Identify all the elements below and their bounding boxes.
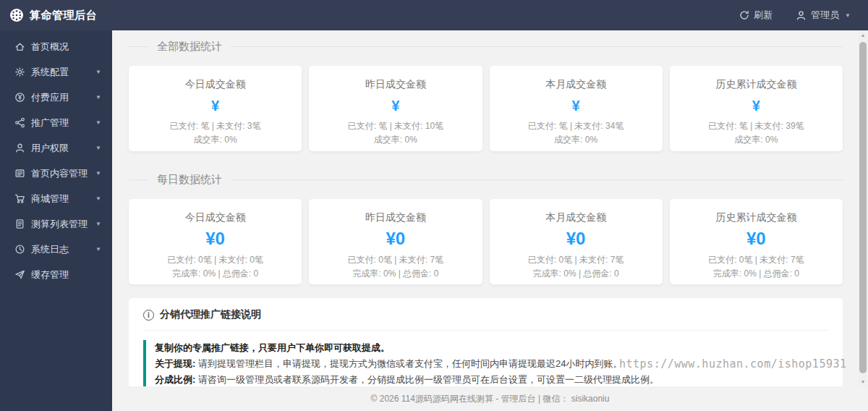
sidebar-item-home-content[interactable]: 首页内容管理 ▼ <box>0 161 112 186</box>
scrollbar-down-arrow[interactable]: ▼ <box>858 379 868 384</box>
card-title: 昨日成交金额 <box>309 211 482 224</box>
vertical-scrollbar[interactable]: ▲ ▼ <box>858 30 868 386</box>
refresh-label: 刷新 <box>754 9 773 22</box>
scrollbar-thumb[interactable] <box>859 42 867 373</box>
navbar-right: 刷新 管理员 ▼ <box>739 9 868 22</box>
card-title: 今日成交金额 <box>129 211 302 224</box>
scrollbar-up-arrow[interactable]: ▲ <box>858 33 868 38</box>
sidebar-item-label: 首页概况 <box>31 41 69 54</box>
sidebar-item-system-log[interactable]: 系统日志 ▼ <box>0 237 112 262</box>
card-title: 昨日成交金额 <box>309 78 482 91</box>
sidebar-item-promotion[interactable]: 推广管理 ▼ <box>0 110 112 135</box>
watermark-text: https://www.huzhan.com/ishop15931 <box>619 357 847 370</box>
card-amount: ¥ <box>309 98 482 114</box>
user-menu[interactable]: 管理员 ▼ <box>796 9 851 22</box>
card-paid-line: 已支付: 笔 | 未支付: 10笔 <box>309 119 482 133</box>
divider-line <box>231 46 843 47</box>
all-stats-cards: 今日成交金额 ¥ 已支付: 笔 | 未支付: 3笔 成交率: 0% 昨日成交金额… <box>129 66 843 151</box>
card-paid-line: 已支付: 0笔 | 未支付: 0笔 <box>129 253 302 267</box>
section-header-daily-stats: 每日数据统计 <box>129 173 843 187</box>
sidebar-item-paid-apps[interactable]: 付费应用 ▼ <box>0 85 112 110</box>
footer: © 2026 114源码源码网在线测算 - 管理后台 | 微信： sisikao… <box>112 386 868 411</box>
card-rate-line: 成交率: 0% <box>309 133 482 147</box>
card-paid-line: 已支付: 笔 | 未支付: 3笔 <box>129 119 302 133</box>
notice-header: 分销代理推广链接说明 <box>143 308 828 331</box>
chevron-down-icon: ▼ <box>95 170 101 177</box>
card-rate-line: 成交率: 0% <box>129 133 302 147</box>
card-rate-line: 完成率: 0% | 总佣金: 0 <box>670 267 843 281</box>
stat-card-month-daily: 本月成交金额 ¥0 已支付: 0笔 | 未支付: 7笔 完成率: 0% | 总佣… <box>490 199 663 284</box>
user-icon <box>14 143 25 153</box>
chevron-down-icon: ▼ <box>95 246 101 253</box>
sidebar-item-cache[interactable]: 缓存管理 <box>0 262 112 287</box>
sidebar-item-calc-list[interactable]: 测算列表管理 ▼ <box>0 211 112 237</box>
app-logo[interactable]: 算命管理后台 <box>0 8 97 22</box>
stat-card-history-total: 历史累计成交金额 ¥ 已支付: 笔 | 未支付: 39笔 成交率: 0% <box>670 66 843 151</box>
notice-line-bold: 关于提现: <box>155 358 195 369</box>
card-paid-line: 已支付: 0笔 | 未支付: 7笔 <box>670 253 843 267</box>
notice-line: 复制你的专属推广链接，只要用户下单你即可获取提成。 <box>155 340 828 356</box>
notice-line-bold: 复制你的专属推广链接，只要用户下单你即可获取提成。 <box>155 342 390 353</box>
chevron-down-icon: ▼ <box>95 94 101 101</box>
card-rate-line: 成交率: 0% <box>490 133 663 147</box>
card-amount: ¥0 <box>129 229 302 249</box>
home-icon <box>14 41 25 52</box>
sidebar-item-label: 商城管理 <box>31 192 69 206</box>
card-amount: ¥ <box>490 98 663 114</box>
gear-icon <box>14 67 25 77</box>
sidebar-item-label: 用户权限 <box>31 142 69 155</box>
chevron-down-icon: ▼ <box>95 221 101 227</box>
chevron-down-icon: ▼ <box>845 12 851 19</box>
card-amount: ¥0 <box>490 229 663 249</box>
yen-circle-icon <box>14 92 25 103</box>
section-header-all-stats: 全部数据统计 <box>129 40 843 54</box>
card-rate-line: 成交率: 0% <box>670 133 843 147</box>
notice-title: 分销代理推广链接说明 <box>160 308 261 321</box>
card-rate-line: 完成率: 0% | 总佣金: 0 <box>309 267 482 281</box>
sidebar-item-label: 系统配置 <box>31 66 69 79</box>
section-title: 每日数据统计 <box>157 173 222 187</box>
card-rate-line: 完成率: 0% | 总佣金: 0 <box>129 267 302 281</box>
content-icon <box>14 168 25 179</box>
card-title: 今日成交金额 <box>129 78 302 91</box>
refresh-button[interactable]: 刷新 <box>739 9 773 22</box>
card-rate-line: 完成率: 0% | 总佣金: 0 <box>490 267 663 281</box>
sidebar: 首页概况 系统配置 ▼ 付费应用 ▼ <box>0 30 112 411</box>
card-title: 本月成交金额 <box>490 211 663 224</box>
chevron-down-icon: ▼ <box>95 145 101 151</box>
sidebar-item-label: 缓存管理 <box>31 268 69 281</box>
send-icon <box>14 269 25 280</box>
sidebar-item-home[interactable]: 首页概况 <box>0 34 112 59</box>
sidebar-item-label: 首页内容管理 <box>31 167 88 180</box>
stat-card-today-daily: 今日成交金额 ¥0 已支付: 0笔 | 未支付: 0笔 完成率: 0% | 总佣… <box>129 199 302 284</box>
app-title: 算命管理后台 <box>30 9 97 22</box>
refresh-icon <box>739 10 749 20</box>
sidebar-item-label: 系统日志 <box>31 243 69 256</box>
footer-text: © 2026 114源码源码网在线测算 - 管理后台 | 微信： sisikao… <box>371 393 610 405</box>
notice-line-text: 请咨询一级管理员或者联系源码开发者，分销提成比例一级管理员可在后台设置，可设置一… <box>195 374 659 385</box>
clock-icon <box>14 244 25 255</box>
chevron-down-icon: ▼ <box>95 195 101 202</box>
card-paid-line: 已支付: 0笔 | 未支付: 7笔 <box>309 253 482 267</box>
stat-card-yesterday-daily: 昨日成交金额 ¥0 已支付: 0笔 | 未支付: 7笔 完成率: 0% | 总佣… <box>309 199 482 284</box>
notice-line-text: 请到提现管理栏目，申请提现，提现方式为微信或者支付宝，任何时间内申请提现最迟24… <box>195 358 622 369</box>
notice-line-bold: 分成比例: <box>155 374 195 385</box>
card-paid-line: 已支付: 笔 | 未支付: 39笔 <box>670 119 843 133</box>
sidebar-item-label: 推广管理 <box>31 116 69 130</box>
user-icon <box>796 10 807 21</box>
sidebar-item-system-config[interactable]: 系统配置 ▼ <box>0 59 112 85</box>
sidebar-item-mall[interactable]: 商城管理 ▼ <box>0 186 112 211</box>
page: 算命管理后台 刷新 管理员 <box>0 0 868 411</box>
main-content: 全部数据统计 今日成交金额 ¥ 已支付: 笔 | 未支付: 3笔 成交率: 0%… <box>112 30 868 411</box>
stat-card-history-daily: 历史累计成交金额 ¥0 已支付: 0笔 | 未支付: 7笔 完成率: 0% | … <box>670 199 843 284</box>
card-paid-line: 已支付: 0笔 | 未支付: 7笔 <box>490 253 663 267</box>
stat-card-today-total: 今日成交金额 ¥ 已支付: 笔 | 未支付: 3笔 成交率: 0% <box>129 66 302 151</box>
daily-stats-cards: 今日成交金额 ¥0 已支付: 0笔 | 未支付: 0笔 完成率: 0% | 总佣… <box>129 199 843 284</box>
sidebar-item-user-permissions[interactable]: 用户权限 ▼ <box>0 135 112 161</box>
card-title: 历史累计成交金额 <box>670 211 843 224</box>
card-amount: ¥0 <box>309 229 482 249</box>
top-navbar: 算命管理后台 刷新 管理员 <box>0 0 868 30</box>
list-icon <box>14 219 25 229</box>
stat-card-yesterday-total: 昨日成交金额 ¥ 已支付: 笔 | 未支付: 10笔 成交率: 0% <box>309 66 482 151</box>
card-amount: ¥ <box>129 98 302 114</box>
